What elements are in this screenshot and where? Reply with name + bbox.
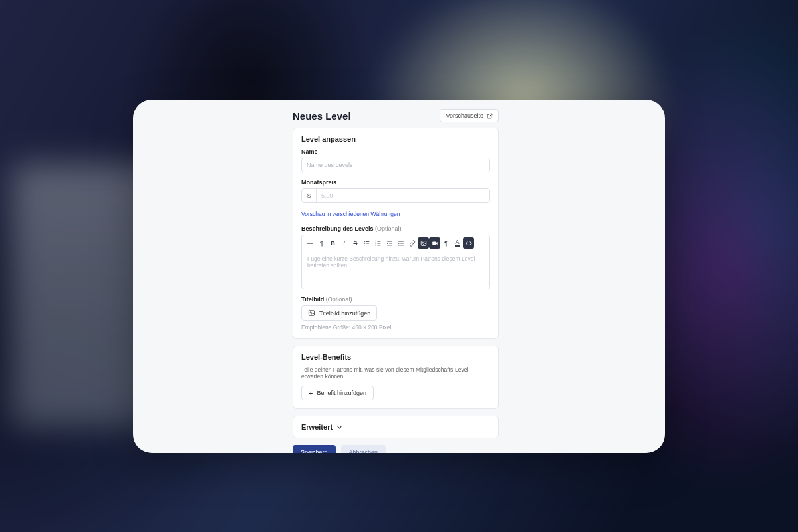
svg-point-4	[364, 244, 365, 245]
picture-icon	[308, 309, 315, 317]
name-label: Name	[301, 148, 490, 155]
page-title: Neues Level	[293, 110, 351, 122]
name-field: Name	[301, 148, 490, 172]
price-label: Monatspreis	[301, 179, 490, 186]
chevron-down-icon	[336, 424, 343, 431]
svg-rect-9	[377, 243, 380, 243]
svg-rect-14	[387, 245, 392, 245]
benefits-card: Level-Benefits Teile deinen Patrons mit,…	[293, 346, 499, 409]
action-bar: Speichern Abbrechen	[293, 445, 499, 453]
currency-symbol: $	[302, 189, 317, 202]
indent-icon[interactable]	[395, 237, 406, 249]
svg-point-2	[364, 243, 365, 243]
app-window: Neues Level Vorschauseite Level anpassen…	[133, 100, 665, 453]
paragraph-icon[interactable]: ¶	[316, 237, 327, 249]
bold-icon[interactable]: B	[327, 237, 338, 249]
description-label: Beschreibung des Levels (Optional)	[301, 225, 490, 232]
title-image-field: Titelbild (Optional) Titelbild hinzufüge…	[301, 296, 490, 331]
preview-page-label: Vorschauseite	[446, 112, 483, 119]
description-textarea[interactable]	[302, 251, 489, 286]
svg-point-22	[310, 312, 311, 313]
list-ol-icon[interactable]: 123	[372, 237, 384, 249]
plus-icon: +	[309, 391, 313, 396]
title-image-hint: Empfohlene Größe: 460 × 200 Pixel	[301, 324, 490, 331]
add-title-image-button[interactable]: Titelbild hinzufügen	[301, 305, 377, 321]
list-ul-icon[interactable]	[361, 237, 372, 249]
svg-text:3: 3	[375, 244, 376, 247]
svg-rect-16	[400, 243, 404, 243]
svg-rect-1	[366, 241, 369, 242]
color-icon[interactable]: A	[452, 237, 463, 249]
add-benefit-button[interactable]: + Benefit hinzufügen	[301, 386, 374, 400]
currency-preview-link[interactable]: Vorschau in verschiedenen Währungen	[301, 211, 400, 217]
price-field: Monatspreis $	[301, 179, 490, 203]
customize-card: Level anpassen Name Monatspreis $ Vorsch…	[293, 128, 499, 339]
quote-icon[interactable]: ¶	[440, 237, 452, 249]
svg-rect-11	[377, 245, 380, 245]
outdent-icon[interactable]	[384, 237, 395, 249]
strike-icon[interactable]: S	[350, 237, 361, 249]
title-image-label: Titelbild (Optional)	[301, 296, 490, 303]
external-link-icon	[487, 113, 493, 119]
svg-rect-20	[432, 241, 436, 245]
rich-text-editor: — ¶ B I S 123 ¶ A	[301, 235, 490, 289]
code-icon[interactable]	[463, 237, 474, 249]
customize-title: Level anpassen	[301, 135, 490, 143]
advanced-label: Erweitert	[301, 423, 332, 431]
italic-icon[interactable]: I	[338, 237, 350, 249]
svg-rect-5	[366, 245, 369, 245]
svg-rect-3	[366, 243, 369, 243]
price-input-wrap: $	[301, 188, 490, 203]
save-button[interactable]: Speichern	[293, 445, 336, 453]
svg-point-0	[364, 241, 365, 241]
svg-rect-12	[387, 241, 392, 241]
link-icon[interactable]	[406, 237, 418, 249]
svg-rect-7	[377, 241, 380, 241]
image-icon[interactable]	[418, 237, 429, 249]
svg-point-19	[422, 242, 423, 243]
name-input[interactable]	[301, 158, 490, 172]
advanced-card: Erweitert	[293, 416, 499, 438]
description-field: Beschreibung des Levels (Optional) — ¶ B…	[301, 225, 490, 289]
svg-rect-17	[398, 245, 404, 245]
page-header: Neues Level Vorschauseite	[293, 109, 499, 122]
cancel-button[interactable]: Abbrechen	[341, 445, 386, 453]
benefits-title: Level-Benefits	[301, 353, 490, 361]
editor-toolbar: — ¶ B I S 123 ¶ A	[302, 235, 489, 251]
minus-icon[interactable]: —	[305, 237, 316, 249]
benefits-subtext: Teile deinen Patrons mit, was sie von di…	[301, 366, 490, 380]
video-icon[interactable]	[429, 237, 440, 249]
advanced-toggle[interactable]: Erweitert	[301, 423, 490, 431]
preview-page-button[interactable]: Vorschauseite	[440, 109, 499, 122]
svg-rect-15	[398, 241, 404, 241]
svg-rect-13	[389, 243, 392, 243]
price-input[interactable]	[317, 189, 489, 202]
